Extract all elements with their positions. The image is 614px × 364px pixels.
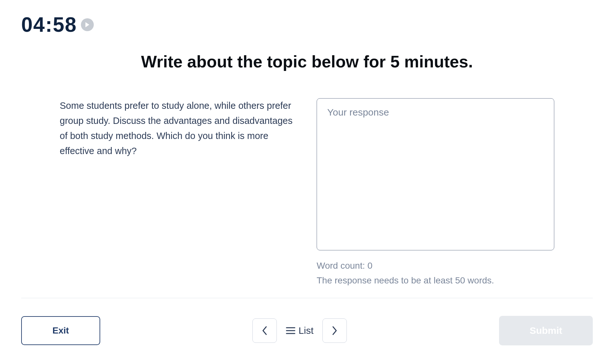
play-icon xyxy=(85,22,90,28)
min-words-label: The response needs to be at least 50 wor… xyxy=(317,275,554,286)
nav-group: List xyxy=(252,318,347,343)
hamburger-icon xyxy=(286,327,295,334)
list-button-label: List xyxy=(299,325,314,336)
play-button[interactable] xyxy=(81,18,94,31)
submit-button-label: Submit xyxy=(530,325,562,336)
exit-button[interactable]: Exit xyxy=(21,316,100,345)
word-count-label: Word count: 0 xyxy=(317,261,554,271)
content-area: Some students prefer to study alone, whi… xyxy=(21,98,593,286)
prompt-text: Some students prefer to study alone, whi… xyxy=(60,98,297,159)
prev-button[interactable] xyxy=(252,318,277,343)
next-button[interactable] xyxy=(322,318,347,343)
chevron-left-icon xyxy=(262,326,268,335)
list-button[interactable]: List xyxy=(284,325,316,336)
chevron-right-icon xyxy=(332,326,338,335)
timer-row: 04:58 xyxy=(21,13,593,37)
timer-display: 04:58 xyxy=(21,13,77,37)
response-column: Word count: 0 The response needs to be a… xyxy=(317,98,554,286)
page-root: 04:58 Write about the topic below for 5 … xyxy=(0,0,614,364)
exit-button-label: Exit xyxy=(52,325,69,336)
divider xyxy=(21,298,593,298)
submit-button[interactable]: Submit xyxy=(499,316,593,345)
prompt-column: Some students prefer to study alone, whi… xyxy=(60,98,297,286)
footer-bar: Exit List Sub xyxy=(21,316,593,345)
response-textarea[interactable] xyxy=(317,98,554,250)
page-title: Write about the topic below for 5 minute… xyxy=(21,52,593,71)
